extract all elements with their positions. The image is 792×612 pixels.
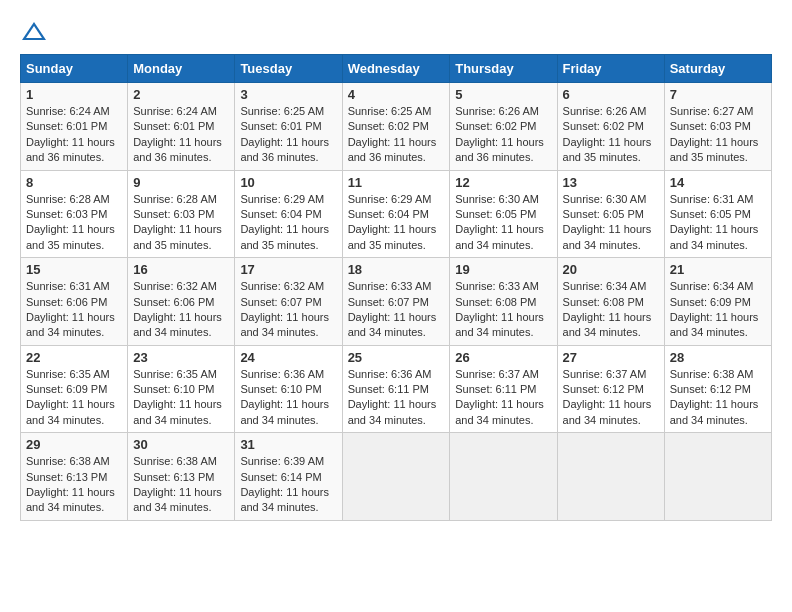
calendar-week-5: 29Sunrise: 6:38 AMSunset: 6:13 PMDayligh… [21,433,772,521]
calendar-cell: 6Sunrise: 6:26 AMSunset: 6:02 PMDaylight… [557,83,664,171]
day-info: Sunrise: 6:31 AMSunset: 6:06 PMDaylight:… [26,279,122,341]
day-number: 4 [348,87,445,102]
calendar-week-1: 1Sunrise: 6:24 AMSunset: 6:01 PMDaylight… [21,83,772,171]
day-info: Sunrise: 6:29 AMSunset: 6:04 PMDaylight:… [348,192,445,254]
calendar-cell: 27Sunrise: 6:37 AMSunset: 6:12 PMDayligh… [557,345,664,433]
day-info: Sunrise: 6:36 AMSunset: 6:11 PMDaylight:… [348,367,445,429]
day-number: 26 [455,350,551,365]
day-number: 6 [563,87,659,102]
day-number: 18 [348,262,445,277]
calendar-cell: 9Sunrise: 6:28 AMSunset: 6:03 PMDaylight… [128,170,235,258]
day-number: 28 [670,350,766,365]
day-number: 19 [455,262,551,277]
day-number: 8 [26,175,122,190]
day-info: Sunrise: 6:24 AMSunset: 6:01 PMDaylight:… [26,104,122,166]
day-number: 15 [26,262,122,277]
weekday-header-sunday: Sunday [21,55,128,83]
calendar-cell: 5Sunrise: 6:26 AMSunset: 6:02 PMDaylight… [450,83,557,171]
day-info: Sunrise: 6:37 AMSunset: 6:12 PMDaylight:… [563,367,659,429]
day-number: 9 [133,175,229,190]
calendar-cell: 15Sunrise: 6:31 AMSunset: 6:06 PMDayligh… [21,258,128,346]
calendar-week-4: 22Sunrise: 6:35 AMSunset: 6:09 PMDayligh… [21,345,772,433]
day-info: Sunrise: 6:29 AMSunset: 6:04 PMDaylight:… [240,192,336,254]
logo [20,20,52,44]
calendar-cell: 7Sunrise: 6:27 AMSunset: 6:03 PMDaylight… [664,83,771,171]
day-info: Sunrise: 6:35 AMSunset: 6:10 PMDaylight:… [133,367,229,429]
calendar-cell: 18Sunrise: 6:33 AMSunset: 6:07 PMDayligh… [342,258,450,346]
day-number: 13 [563,175,659,190]
calendar-cell: 11Sunrise: 6:29 AMSunset: 6:04 PMDayligh… [342,170,450,258]
calendar-cell: 4Sunrise: 6:25 AMSunset: 6:02 PMDaylight… [342,83,450,171]
calendar-header: SundayMondayTuesdayWednesdayThursdayFrid… [21,55,772,83]
day-number: 7 [670,87,766,102]
calendar-cell: 8Sunrise: 6:28 AMSunset: 6:03 PMDaylight… [21,170,128,258]
day-info: Sunrise: 6:33 AMSunset: 6:07 PMDaylight:… [348,279,445,341]
day-number: 11 [348,175,445,190]
day-number: 25 [348,350,445,365]
day-info: Sunrise: 6:31 AMSunset: 6:05 PMDaylight:… [670,192,766,254]
day-info: Sunrise: 6:30 AMSunset: 6:05 PMDaylight:… [455,192,551,254]
day-number: 1 [26,87,122,102]
calendar-cell: 28Sunrise: 6:38 AMSunset: 6:12 PMDayligh… [664,345,771,433]
weekday-header-tuesday: Tuesday [235,55,342,83]
calendar-body: 1Sunrise: 6:24 AMSunset: 6:01 PMDaylight… [21,83,772,521]
day-number: 14 [670,175,766,190]
day-info: Sunrise: 6:26 AMSunset: 6:02 PMDaylight:… [563,104,659,166]
day-info: Sunrise: 6:33 AMSunset: 6:08 PMDaylight:… [455,279,551,341]
day-info: Sunrise: 6:27 AMSunset: 6:03 PMDaylight:… [670,104,766,166]
calendar-week-3: 15Sunrise: 6:31 AMSunset: 6:06 PMDayligh… [21,258,772,346]
day-number: 21 [670,262,766,277]
page-header [20,20,772,44]
day-info: Sunrise: 6:26 AMSunset: 6:02 PMDaylight:… [455,104,551,166]
day-info: Sunrise: 6:25 AMSunset: 6:02 PMDaylight:… [348,104,445,166]
calendar-cell [664,433,771,521]
day-number: 31 [240,437,336,452]
day-number: 2 [133,87,229,102]
weekday-header-row: SundayMondayTuesdayWednesdayThursdayFrid… [21,55,772,83]
weekday-header-friday: Friday [557,55,664,83]
calendar-cell: 22Sunrise: 6:35 AMSunset: 6:09 PMDayligh… [21,345,128,433]
day-info: Sunrise: 6:36 AMSunset: 6:10 PMDaylight:… [240,367,336,429]
day-info: Sunrise: 6:28 AMSunset: 6:03 PMDaylight:… [133,192,229,254]
calendar-table: SundayMondayTuesdayWednesdayThursdayFrid… [20,54,772,521]
calendar-cell: 26Sunrise: 6:37 AMSunset: 6:11 PMDayligh… [450,345,557,433]
day-number: 27 [563,350,659,365]
logo-icon [20,20,48,44]
weekday-header-saturday: Saturday [664,55,771,83]
calendar-cell: 13Sunrise: 6:30 AMSunset: 6:05 PMDayligh… [557,170,664,258]
calendar-cell: 30Sunrise: 6:38 AMSunset: 6:13 PMDayligh… [128,433,235,521]
calendar-cell: 23Sunrise: 6:35 AMSunset: 6:10 PMDayligh… [128,345,235,433]
day-info: Sunrise: 6:39 AMSunset: 6:14 PMDaylight:… [240,454,336,516]
calendar-cell: 20Sunrise: 6:34 AMSunset: 6:08 PMDayligh… [557,258,664,346]
calendar-cell: 25Sunrise: 6:36 AMSunset: 6:11 PMDayligh… [342,345,450,433]
day-info: Sunrise: 6:24 AMSunset: 6:01 PMDaylight:… [133,104,229,166]
day-info: Sunrise: 6:38 AMSunset: 6:12 PMDaylight:… [670,367,766,429]
day-number: 23 [133,350,229,365]
calendar-cell: 21Sunrise: 6:34 AMSunset: 6:09 PMDayligh… [664,258,771,346]
day-info: Sunrise: 6:28 AMSunset: 6:03 PMDaylight:… [26,192,122,254]
calendar-cell: 1Sunrise: 6:24 AMSunset: 6:01 PMDaylight… [21,83,128,171]
day-number: 17 [240,262,336,277]
day-number: 5 [455,87,551,102]
calendar-cell: 10Sunrise: 6:29 AMSunset: 6:04 PMDayligh… [235,170,342,258]
day-info: Sunrise: 6:38 AMSunset: 6:13 PMDaylight:… [133,454,229,516]
day-number: 12 [455,175,551,190]
calendar-cell: 19Sunrise: 6:33 AMSunset: 6:08 PMDayligh… [450,258,557,346]
calendar-cell: 3Sunrise: 6:25 AMSunset: 6:01 PMDaylight… [235,83,342,171]
day-info: Sunrise: 6:35 AMSunset: 6:09 PMDaylight:… [26,367,122,429]
calendar-cell: 24Sunrise: 6:36 AMSunset: 6:10 PMDayligh… [235,345,342,433]
day-info: Sunrise: 6:37 AMSunset: 6:11 PMDaylight:… [455,367,551,429]
calendar-cell [450,433,557,521]
calendar-cell: 2Sunrise: 6:24 AMSunset: 6:01 PMDaylight… [128,83,235,171]
day-info: Sunrise: 6:34 AMSunset: 6:09 PMDaylight:… [670,279,766,341]
day-number: 30 [133,437,229,452]
day-info: Sunrise: 6:34 AMSunset: 6:08 PMDaylight:… [563,279,659,341]
day-info: Sunrise: 6:38 AMSunset: 6:13 PMDaylight:… [26,454,122,516]
weekday-header-wednesday: Wednesday [342,55,450,83]
calendar-cell: 12Sunrise: 6:30 AMSunset: 6:05 PMDayligh… [450,170,557,258]
weekday-header-monday: Monday [128,55,235,83]
day-number: 22 [26,350,122,365]
day-info: Sunrise: 6:30 AMSunset: 6:05 PMDaylight:… [563,192,659,254]
day-number: 3 [240,87,336,102]
weekday-header-thursday: Thursday [450,55,557,83]
